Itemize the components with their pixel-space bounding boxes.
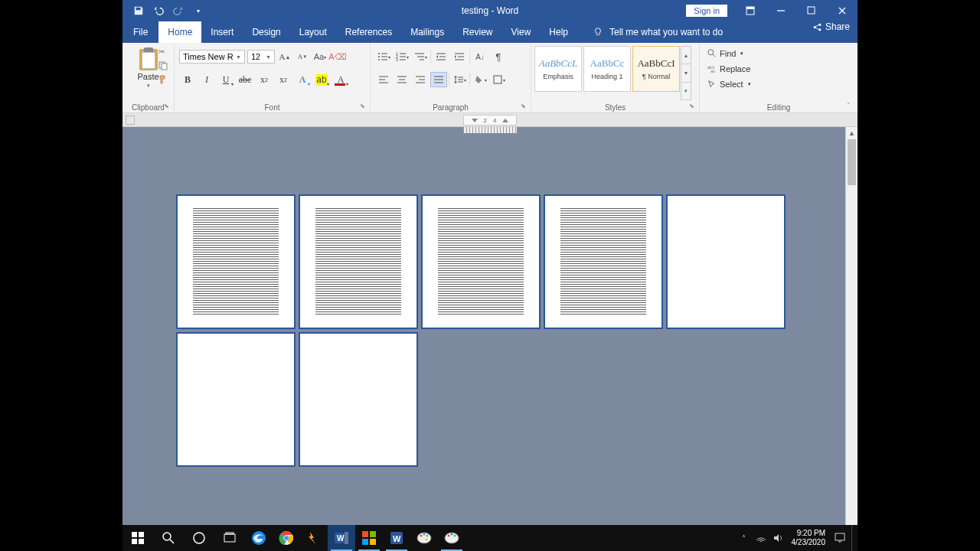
page-thumb[interactable] xyxy=(544,194,663,329)
taskbar-app-paint[interactable] xyxy=(410,525,438,551)
tab-home[interactable]: Home xyxy=(158,21,201,43)
save-icon[interactable] xyxy=(130,2,147,19)
redo-icon[interactable] xyxy=(170,2,187,19)
collapse-ribbon-icon[interactable]: ˄ xyxy=(842,100,854,111)
styles-gallery-more[interactable]: ▲▼▾ xyxy=(681,46,691,100)
show-desktop-button[interactable] xyxy=(851,525,854,551)
subscript-button[interactable]: x2 xyxy=(256,72,273,87)
line-spacing-icon[interactable]: ▾ xyxy=(451,72,468,87)
style-normal[interactable]: AaBbCcI ¶ Normal xyxy=(632,46,680,92)
clear-formatting-icon[interactable]: A⌫ xyxy=(330,49,345,64)
decrease-indent-icon[interactable] xyxy=(433,49,449,64)
increase-indent-icon[interactable] xyxy=(451,49,468,64)
close-icon[interactable] xyxy=(827,0,858,21)
strikethrough-button[interactable]: abc xyxy=(237,72,253,87)
tab-references[interactable]: References xyxy=(336,21,401,43)
tab-selector-icon[interactable] xyxy=(126,116,135,125)
highlight-color-icon[interactable]: ab▾ xyxy=(313,72,330,87)
superscript-button[interactable]: x2 xyxy=(275,72,292,87)
text-effects-icon[interactable]: A▾ xyxy=(294,72,311,87)
taskbar-app-windowsapp[interactable] xyxy=(355,525,383,551)
network-icon[interactable] xyxy=(755,532,767,544)
sort-icon[interactable]: A↓ xyxy=(472,49,488,64)
show-marks-icon[interactable]: ¶ xyxy=(490,49,507,64)
system-clock[interactable]: 9:20 PM 4/23/2020 xyxy=(789,529,829,547)
underline-button[interactable]: U▾ xyxy=(217,72,234,87)
numbering-icon[interactable]: 123▾ xyxy=(394,49,410,64)
align-right-icon[interactable] xyxy=(412,72,429,87)
svg-point-91 xyxy=(454,535,456,537)
clipboard-launcher-icon[interactable]: ⬊ xyxy=(164,103,172,110)
scroll-up-icon[interactable]: ▲ xyxy=(846,127,858,139)
taskbar-app-winamp[interactable] xyxy=(300,525,328,551)
ribbon-display-options-icon[interactable] xyxy=(735,0,766,21)
volume-icon[interactable] xyxy=(772,532,784,544)
shrink-font-icon[interactable]: A▼ xyxy=(295,49,310,64)
task-view-icon[interactable] xyxy=(214,525,245,551)
borders-icon[interactable]: ▾ xyxy=(490,72,507,87)
tell-me-search[interactable]: Tell me what you want to do xyxy=(593,21,723,43)
bullets-icon[interactable]: ▾ xyxy=(375,49,392,64)
scroll-thumb[interactable] xyxy=(848,139,856,185)
tray-expand-icon[interactable]: ˄ xyxy=(738,532,750,544)
page-thumb[interactable] xyxy=(176,332,296,467)
cortana-icon[interactable] xyxy=(184,525,214,551)
horizontal-ruler[interactable]: 2 4 xyxy=(463,115,517,126)
align-left-icon[interactable] xyxy=(375,72,392,87)
style-emphasis[interactable]: AaBbCcL Emphasis xyxy=(534,46,582,92)
start-button[interactable] xyxy=(122,525,153,551)
tab-help[interactable]: Help xyxy=(540,21,577,43)
first-line-indent-icon[interactable] xyxy=(472,119,478,122)
document-canvas[interactable]: ▲ xyxy=(122,127,858,534)
font-size-combo[interactable]: 12▼ xyxy=(247,50,275,64)
taskbar-app-word[interactable]: W xyxy=(328,525,355,551)
page-thumb[interactable] xyxy=(666,194,786,329)
style-heading1[interactable]: AaBbCc Heading 1 xyxy=(583,46,631,92)
page-thumb[interactable] xyxy=(176,194,296,329)
font-name-combo[interactable]: Times New R▼ xyxy=(179,50,245,64)
minimize-icon[interactable] xyxy=(766,0,796,21)
tab-insert[interactable]: Insert xyxy=(201,21,243,43)
select-button[interactable]: Select▾ xyxy=(704,77,853,92)
taskbar-app-paint2[interactable] xyxy=(438,525,466,551)
tab-view[interactable]: View xyxy=(502,21,541,43)
shading-icon[interactable]: ▾ xyxy=(472,72,488,87)
share-button[interactable]: Share xyxy=(812,21,850,32)
search-icon[interactable] xyxy=(153,525,184,551)
hanging-indent-icon[interactable] xyxy=(502,119,508,122)
tab-review[interactable]: Review xyxy=(453,21,501,43)
font-color-icon[interactable]: A▾ xyxy=(332,72,349,87)
styles-launcher-icon[interactable]: ⬊ xyxy=(689,103,697,110)
change-case-icon[interactable]: Aa▾ xyxy=(312,49,328,64)
multilevel-list-icon[interactable]: ▾ xyxy=(412,49,429,64)
paragraph-launcher-icon[interactable]: ⬊ xyxy=(521,103,528,110)
taskbar-app-word2[interactable]: W xyxy=(383,525,410,551)
grow-font-icon[interactable]: A▲ xyxy=(277,49,292,64)
bold-button[interactable]: B xyxy=(179,72,196,87)
taskbar-app-chrome[interactable] xyxy=(273,525,300,551)
maximize-icon[interactable] xyxy=(796,0,827,21)
font-launcher-icon[interactable]: ⬊ xyxy=(360,103,368,110)
tab-layout[interactable]: Layout xyxy=(290,21,336,43)
page-thumb[interactable] xyxy=(299,194,418,329)
justify-icon[interactable] xyxy=(430,72,447,87)
action-center-icon[interactable] xyxy=(833,531,847,545)
svg-rect-92 xyxy=(835,533,844,540)
italic-button[interactable]: I xyxy=(198,72,215,87)
copy-icon[interactable] xyxy=(158,61,171,72)
find-button[interactable]: Find▾ xyxy=(704,46,853,61)
format-painter-icon[interactable] xyxy=(158,75,171,86)
tab-design[interactable]: Design xyxy=(243,21,289,43)
customize-qat-icon[interactable]: ▾ xyxy=(190,2,207,19)
tab-mailings[interactable]: Mailings xyxy=(401,21,453,43)
page-thumb[interactable] xyxy=(421,194,541,329)
vertical-scrollbar[interactable]: ▲ xyxy=(845,127,858,534)
cut-icon[interactable]: ✂ xyxy=(158,47,171,58)
align-center-icon[interactable] xyxy=(394,72,410,87)
taskbar-app-edge[interactable] xyxy=(245,525,273,551)
replace-button[interactable]: abac Replace xyxy=(704,61,853,77)
page-thumb[interactable] xyxy=(299,332,418,467)
sign-in-button[interactable]: Sign in xyxy=(686,5,727,17)
tab-file[interactable]: File xyxy=(122,21,158,43)
undo-icon[interactable] xyxy=(150,2,167,19)
